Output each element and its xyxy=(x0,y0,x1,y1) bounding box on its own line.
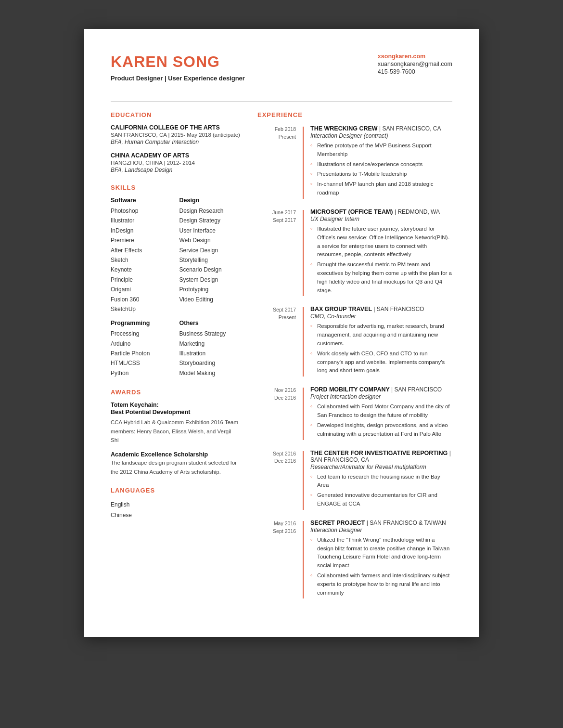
exp-content: MICROSOFT (Office team) | REDMOND, WAUX … xyxy=(310,208,452,297)
china-name: CHINA ACADEMY OF ARTS xyxy=(111,152,241,159)
exp-date: May 2016Sept 2016 xyxy=(257,520,296,599)
software-heading: Software xyxy=(111,197,172,204)
exp-role: Interaction Designer xyxy=(310,527,452,533)
skill-item: Sketch xyxy=(111,255,172,265)
exp-bullet: Responsible for advertising, market rese… xyxy=(310,322,452,348)
experience-heading: EXPERIENCE xyxy=(257,111,452,118)
header-divider xyxy=(111,101,452,102)
exp-role: Researcher/Animator for Reveal mutiplatf… xyxy=(310,464,452,470)
experience-entry: June 2017Sept 2017MICROSOFT (Office team… xyxy=(257,208,452,297)
exp-role: CMO, Co-founder xyxy=(310,313,452,320)
skill-item: Fusion 360 xyxy=(111,295,172,304)
exp-role: Project Interaction designer xyxy=(310,393,452,400)
exp-role: Interaction Designer (contract) xyxy=(310,132,452,139)
exp-date: June 2017Sept 2017 xyxy=(257,208,296,297)
skill-item: Processing xyxy=(111,329,172,338)
exp-company-name: BAX Group Travel | SAN FRANCISCO xyxy=(310,306,452,312)
exp-bullet: Utilized the "Think Wrong" methodology w… xyxy=(310,536,452,570)
skill-item: Arduino xyxy=(111,339,172,349)
skill-item: Keynote xyxy=(111,265,172,274)
left-column: EDUCATION CALIFORNIA COLLEGE OF THE ARTS… xyxy=(111,111,241,608)
experience-entry: Nov 2016Dec 2016FORD MOBILITY COMPANY | … xyxy=(257,386,452,440)
language-items: EnglishChinese xyxy=(111,500,241,520)
exp-location: | REDMOND, WA xyxy=(395,208,440,215)
experience-entry: Sept 2017PresentBAX Group Travel | SAN F… xyxy=(257,306,452,377)
skill-item: Python xyxy=(111,368,172,378)
exp-vertical-divider xyxy=(303,210,304,297)
skill-item: Marketing xyxy=(179,339,241,349)
skill-item: Photoshop xyxy=(111,206,172,216)
experience-entry: Feb 2018PresentTHE WRECKING CREW | SAN F… xyxy=(257,125,452,199)
others-items: Business StrategyMarketingIllustrationSt… xyxy=(179,329,241,378)
skill-item: Video Editing xyxy=(179,295,241,304)
exp-bullets: Led team to research the housing issue i… xyxy=(310,473,452,508)
award-1: Totem Keychain: Best Potential Developme… xyxy=(111,402,241,444)
exp-location: | SAN FRANCISCO & TAIWAN xyxy=(367,520,446,526)
exp-date: Sept 2017Present xyxy=(257,306,296,377)
skill-item: Illustrator xyxy=(111,216,172,225)
header-section: KAREN SONG Product Designer | User Exper… xyxy=(111,53,452,87)
header-website[interactable]: xsongkaren.com xyxy=(378,53,452,60)
header-right: xsongkaren.com xuansongkaren@gmail.com 4… xyxy=(378,53,452,76)
language-item: English xyxy=(111,500,241,510)
skill-item: Storytelling xyxy=(179,255,241,265)
china-location: HANGZHOU, CHINA | 2012- 2014 xyxy=(111,160,241,166)
exp-bullet: Led team to research the housing issue i… xyxy=(310,473,452,490)
programming-heading: Programming xyxy=(111,320,172,326)
exp-bullets: Responsible for advertising, market rese… xyxy=(310,322,452,375)
exp-content: FORD MOBILITY COMPANY | SAN FRANCISCOPro… xyxy=(310,386,452,440)
exp-bullets: Utilized the "Think Wrong" methodology w… xyxy=(310,536,452,598)
award-1-subtitle: Best Potential Development xyxy=(111,409,241,416)
education-china: CHINA ACADEMY OF ARTS HANGZHOU, CHINA | … xyxy=(111,152,241,173)
programming-items: ProcessingArduinoParticle PhotonHTML/CSS… xyxy=(111,329,172,378)
cca-location: SAN FRANCISCO, CA | 2015- May 2018 (anti… xyxy=(111,132,241,138)
education-heading: EDUCATION xyxy=(111,111,241,118)
skills-others-col: Others Business StrategyMarketingIllustr… xyxy=(179,320,241,378)
skill-item: Particle Photon xyxy=(111,349,172,358)
skill-item: InDesign xyxy=(111,226,172,235)
award-2: Academic Excellence Scholarship The land… xyxy=(111,451,241,476)
skill-item: Business Strategy xyxy=(179,329,241,338)
skill-item: Model Making xyxy=(179,368,241,378)
skill-item: Origami xyxy=(111,285,172,294)
exp-content: THE CENTER FOR INVESTIGATIVE REPORTING |… xyxy=(310,450,452,510)
header-left: KAREN SONG Product Designer | User Exper… xyxy=(111,53,245,82)
exp-location: | SAN FRANCISCO xyxy=(391,386,442,393)
skill-item: Premiere xyxy=(111,235,172,245)
skill-item: HTML/CSS xyxy=(111,358,172,368)
exp-bullets: Illustrated the future user journey, sto… xyxy=(310,225,452,295)
exp-company-name: FORD MOBILITY COMPANY | SAN FRANCISCO xyxy=(310,386,452,393)
exp-location: | SAN FRANCISCO, CA xyxy=(310,450,451,463)
skills-heading: SKILLS xyxy=(111,184,241,191)
exp-content: SECRET PROJECT | SAN FRANCISCO & TAIWANI… xyxy=(310,520,452,599)
two-col-body: EDUCATION CALIFORNIA COLLEGE OF THE ARTS… xyxy=(111,111,452,608)
subtitle: Product Designer | User Experience desig… xyxy=(111,75,245,82)
software-items: PhotoshopIllustratorInDesignPremiereAfte… xyxy=(111,206,172,314)
skills-grid-programming-others: Programming ProcessingArduinoParticle Ph… xyxy=(111,320,241,378)
exp-bullet: In-channel MVP launch plan and 2018 stra… xyxy=(310,180,452,197)
right-col-inner: EXPERIENCE Feb 2018PresentTHE WRECKING C… xyxy=(255,111,452,598)
skills-software-col: Software PhotoshopIllustratorInDesignPre… xyxy=(111,197,172,314)
design-items: Design ResearchDesign StrategyUser Inter… xyxy=(179,206,241,304)
exp-bullet: Presentations to T-Mobile leadership xyxy=(310,170,452,179)
exp-date: Feb 2018Present xyxy=(257,125,296,199)
exp-location: | SAN FRANCISCO xyxy=(373,306,424,312)
skill-item: SketchUp xyxy=(111,304,172,314)
award-2-desc: The landscape design program student sel… xyxy=(111,458,241,476)
cca-name: CALIFORNIA COLLEGE OF THE ARTS xyxy=(111,124,241,131)
exp-bullet: Collaborated with Ford Motor Company and… xyxy=(310,403,452,420)
exp-vertical-divider xyxy=(303,521,304,599)
skills-design-col: Design Design ResearchDesign StrategyUse… xyxy=(179,197,241,314)
exp-bullet: Developed insights, design provocations,… xyxy=(310,421,452,439)
languages-heading: LANGUAGES xyxy=(111,487,241,494)
resume-paper: KAREN SONG Product Designer | User Exper… xyxy=(84,29,479,637)
exp-company-name: MICROSOFT (Office team) | REDMOND, WA xyxy=(310,208,452,215)
exp-vertical-divider xyxy=(303,307,304,377)
award-2-title: Academic Excellence Scholarship xyxy=(111,451,241,458)
exp-content: BAX Group Travel | SAN FRANCISCOCMO, Co-… xyxy=(310,306,452,377)
skills-programming-col: Programming ProcessingArduinoParticle Ph… xyxy=(111,320,172,378)
china-degree: BFA, Landscape Design xyxy=(111,167,241,173)
cca-degree: BFA, Human Computer Interaction xyxy=(111,139,241,145)
award-1-desc: CCA Hybrid Lab & Qualcomm Exhibition 201… xyxy=(111,418,241,444)
exp-bullet: Collaborated with farmers and interdisci… xyxy=(310,572,452,597)
